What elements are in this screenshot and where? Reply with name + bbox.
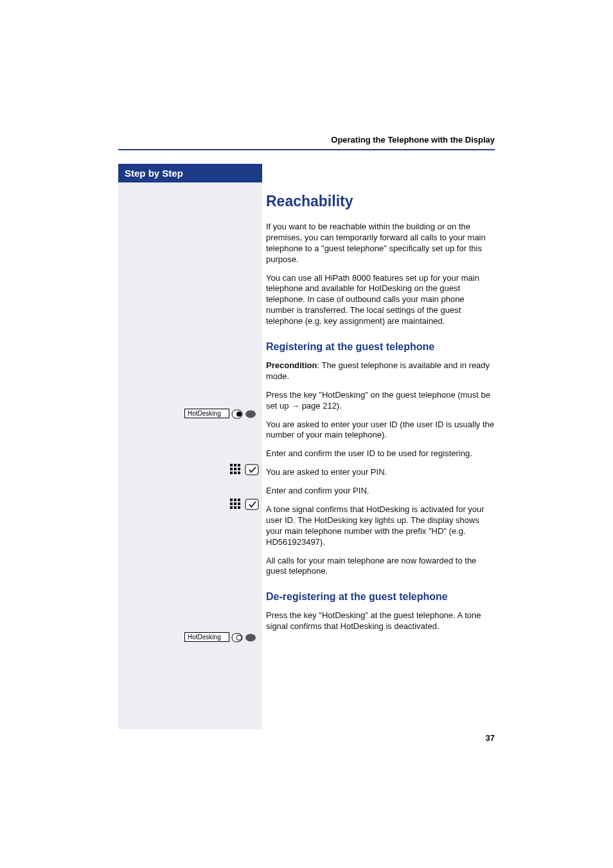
svg-rect-13	[230, 499, 233, 501]
enter-pin: Enter and confirm your PIN.	[266, 486, 495, 497]
key-lamp-on-icon	[231, 409, 257, 420]
svg-point-25	[245, 634, 256, 642]
svg-rect-22	[245, 499, 258, 509]
precondition: Precondition: The guest telephone is ava…	[266, 360, 495, 382]
enter-user-id: Enter and confirm the user ID to be used…	[266, 448, 495, 459]
svg-rect-17	[234, 502, 236, 505]
svg-point-2	[245, 411, 256, 418]
svg-rect-5	[238, 464, 240, 466]
svg-rect-14	[234, 499, 236, 501]
svg-rect-19	[230, 506, 233, 509]
keypad-ok-icons-userid	[230, 464, 260, 478]
section-title: Reachability	[266, 193, 495, 210]
header-rule	[118, 149, 495, 150]
register-heading: Registering at the guest telephone	[266, 341, 495, 353]
precondition-label: Precondition	[266, 360, 317, 370]
svg-rect-9	[230, 472, 233, 474]
svg-rect-10	[234, 472, 236, 474]
svg-rect-8	[238, 468, 240, 470]
svg-rect-18	[238, 502, 240, 505]
svg-rect-6	[230, 468, 233, 470]
svg-rect-3	[230, 464, 233, 466]
page: Operating the Telephone with the Display…	[0, 0, 613, 868]
keypad-ok-icons-pin	[230, 499, 260, 513]
svg-rect-4	[234, 464, 236, 466]
intro-paragraph-2: You can use all HiPath 8000 features set…	[266, 273, 495, 327]
ask-pin: You are asked to enter your PIN.	[266, 467, 495, 478]
page-number: 37	[486, 733, 495, 743]
key-lamp-off-icon	[231, 632, 257, 643]
svg-rect-16	[230, 502, 233, 505]
key-label-hotdesking-register: HotDesking	[184, 409, 229, 418]
tone-confirm: A tone signal confirms that HotDesking i…	[266, 504, 495, 548]
press-key-register: Press the key "HotDesking" on the guest …	[266, 390, 495, 412]
svg-rect-7	[234, 468, 236, 470]
press-key-deregister: Press the key "HotDesking" at the guest …	[266, 610, 495, 632]
content: Reachability If you want to be reachable…	[266, 193, 495, 640]
svg-rect-20	[234, 506, 236, 509]
deregister-heading: De-registering at the guest telephone	[266, 591, 495, 603]
sidebar-title: Step by Step	[118, 164, 262, 182]
all-calls-forward: All calls for your main telephone are no…	[266, 556, 495, 578]
ask-user-id: You are asked to enter your user ID (the…	[266, 420, 495, 441]
svg-rect-12	[245, 465, 258, 475]
sidebar: Step by Step	[118, 164, 262, 729]
svg-point-1	[236, 412, 242, 417]
svg-rect-11	[238, 472, 240, 474]
intro-paragraph-1: If you want to be reachable within the b…	[266, 222, 495, 265]
svg-point-24	[236, 635, 242, 641]
svg-rect-15	[238, 499, 240, 501]
svg-rect-21	[238, 506, 240, 509]
running-head: Operating the Telephone with the Display	[331, 135, 495, 145]
key-label-hotdesking-deregister: HotDesking	[184, 632, 229, 642]
